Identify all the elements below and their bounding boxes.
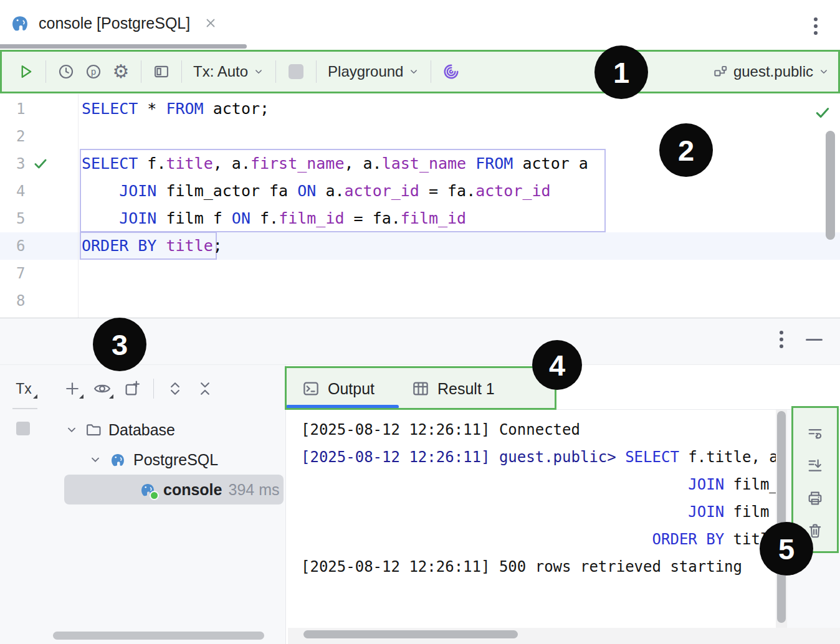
toolbar-separator — [181, 60, 182, 83]
schema-icon — [712, 64, 728, 80]
tree-item-database[interactable]: Database — [65, 415, 175, 445]
close-icon[interactable] — [204, 16, 217, 30]
output-vertical-scrollbar[interactable] — [777, 411, 786, 623]
settings-gear-icon[interactable]: ⚙ — [107, 58, 135, 85]
print-icon[interactable] — [806, 490, 824, 507]
annotation-badge-1: 1 — [594, 45, 648, 99]
tab-label: Output — [328, 380, 375, 398]
toolbar-separator — [153, 379, 154, 399]
connected-status-dot — [150, 491, 159, 500]
toolbar-separator — [141, 60, 141, 83]
folder-icon — [85, 421, 102, 438]
code-line: JOIN film_actor fa ON a.actor_id = fa.ac… — [82, 178, 792, 205]
output-horizontal-scrollbar[interactable] — [303, 630, 518, 638]
toolbar-separator — [431, 60, 431, 83]
executed-check-icon — [32, 156, 49, 172]
parameters-icon[interactable]: p — [80, 58, 107, 85]
svg-text:p: p — [91, 67, 96, 77]
tx-dropdown[interactable]: Tx — [6, 375, 41, 402]
kebab-menu-icon[interactable] — [814, 17, 818, 21]
add-icon[interactable] — [57, 375, 87, 402]
soft-wrap-icon[interactable] — [806, 425, 824, 442]
ide-window: console [PostgreSQL] p — [0, 0, 840, 644]
code-line — [82, 260, 792, 287]
chevron-down-icon — [253, 66, 264, 77]
open-in-new-tab-icon[interactable] — [117, 375, 147, 402]
ai-swirl-icon[interactable] — [437, 58, 465, 85]
collapse-all-icon[interactable] — [190, 375, 220, 402]
tab-result-1[interactable]: Result 1 — [411, 374, 495, 404]
table-grid-icon — [411, 379, 430, 398]
tab-title: console [PostgreSQL] — [39, 14, 190, 32]
postgresql-elephant-icon — [138, 480, 157, 499]
eye-icon[interactable] — [87, 375, 117, 402]
schema-switcher[interactable]: guest.public — [712, 63, 829, 80]
gutter-line-number: 6 — [0, 232, 78, 260]
history-icon[interactable] — [52, 58, 80, 85]
tx-tab-underline — [12, 408, 37, 409]
editor-tab-bar: console [PostgreSQL] — [0, 0, 840, 44]
gutter-line-number: 8 — [0, 287, 78, 315]
query-duration: 394 ms — [228, 481, 279, 499]
gutter-line-number: 1 — [0, 95, 78, 123]
code-line: JOIN film f ON f.film_id = fa.film_id — [82, 205, 792, 232]
run-icon[interactable] — [12, 58, 39, 85]
output-line: [2025-08-12 12:26:11] 500 rows retrieved… — [301, 553, 776, 580]
output-console[interactable]: [2025-08-12 12:26:11] Connected[2025-08-… — [288, 410, 776, 628]
toolbar-separator — [316, 60, 317, 83]
stop-icon[interactable] — [282, 58, 310, 85]
toolbar-separator — [275, 60, 276, 83]
output-line: [2025-08-12 12:26:11] Connected — [301, 416, 776, 443]
schema-label: guest.public — [733, 63, 813, 80]
active-tab-indicator — [0, 44, 247, 49]
gutter-line-number: 5 — [0, 205, 78, 232]
services-tree-panel — [0, 365, 285, 644]
gutter-divider — [78, 94, 79, 318]
console-toolbar: p ⚙ Tx: Auto Playground — [0, 50, 840, 93]
tree-stop-icon[interactable] — [16, 422, 30, 435]
postgresql-elephant-icon — [9, 12, 31, 34]
statement-executed-check-icon — [814, 104, 831, 121]
chevron-down-icon — [818, 66, 829, 77]
tx-mode-label: Tx: Auto — [193, 63, 248, 80]
tx-mode-dropdown[interactable]: Tx: Auto — [188, 63, 269, 80]
chevron-down-icon — [408, 66, 419, 77]
sql-editor[interactable]: 12345678 SELECT * FROM actor;SELECT f.ti… — [0, 94, 840, 318]
annotation-badge-4: 4 — [532, 340, 582, 390]
in-editor-results-icon[interactable] — [148, 58, 175, 85]
tab-console-postgresql[interactable]: console [PostgreSQL] — [9, 9, 217, 37]
tree-item-console[interactable]: console 394 ms — [138, 475, 279, 504]
gutter-line-number: 4 — [0, 178, 78, 205]
annotation-badge-2: 2 — [659, 123, 713, 177]
output-line: JOIN film_actor fa — [301, 471, 776, 498]
session-dropdown[interactable]: Playground — [323, 63, 424, 80]
editor-vertical-scrollbar[interactable] — [826, 131, 835, 240]
expand-all-icon[interactable] — [160, 375, 190, 402]
session-label: Playground — [328, 63, 403, 80]
output-line: JOIN film f ON f.film_id — [301, 498, 776, 526]
postgresql-elephant-icon — [108, 450, 127, 469]
annotation-badge-5: 5 — [760, 522, 813, 575]
output-line: [2025-08-12 12:26:11] guest.public> SELE… — [301, 443, 776, 471]
editor-gutter: 12345678 — [0, 95, 78, 315]
gutter-line-number: 3 — [0, 150, 78, 178]
tree-item-postgresql[interactable]: PostgreSQL — [88, 445, 218, 475]
chevron-down-icon[interactable] — [88, 453, 102, 466]
tab-output[interactable]: Output — [302, 374, 375, 404]
tree-label: Database — [108, 421, 175, 439]
services-options-kebab-icon[interactable] — [780, 331, 783, 334]
code-line: SELECT * FROM actor; — [82, 95, 792, 123]
gutter-line-number: 2 — [0, 123, 78, 150]
services-toolbar: Tx — [6, 374, 220, 404]
code-line — [82, 287, 792, 315]
chevron-down-icon[interactable] — [65, 423, 79, 437]
toolbar-separator — [45, 60, 46, 83]
minimize-icon[interactable] — [806, 339, 823, 341]
tree-horizontal-scrollbar[interactable] — [53, 632, 264, 640]
output-line: ORDER BY title; — [301, 526, 776, 553]
tree-label: PostgreSQL — [133, 451, 218, 469]
scroll-to-end-icon[interactable] — [806, 457, 824, 475]
active-tab-underline — [286, 405, 399, 409]
annotation-badge-3: 3 — [93, 318, 146, 371]
tree-label: console — [163, 481, 222, 499]
